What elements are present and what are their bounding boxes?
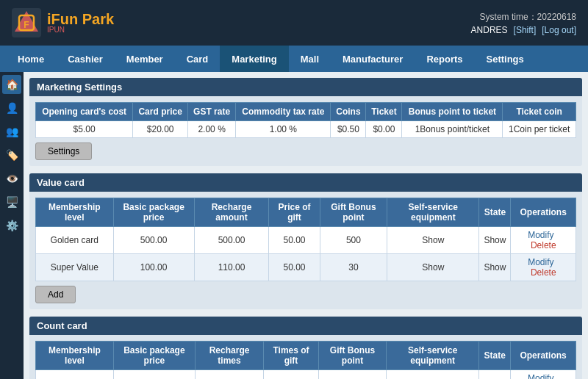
cc-col-level: Membership level — [36, 342, 114, 370]
cc-col-ops: Operations — [511, 342, 576, 370]
shift-link[interactable]: [Shift] — [514, 25, 537, 35]
col-coins: Coins — [331, 103, 366, 121]
marketing-settings-body: Opening card's cost Card price GST rate … — [29, 96, 582, 166]
col-ticket-coin: Ticket coin — [503, 103, 576, 121]
vc-recharge: 110.00 — [194, 254, 269, 281]
cc-col-gift-times: Times of gift — [264, 342, 319, 370]
cc-col-basic: Basic package price — [113, 342, 195, 370]
count-card-row: Golden card 100.00 10 2 100 Show Show Mo… — [36, 370, 576, 380]
modify-link[interactable]: Modify — [528, 230, 553, 240]
vc-gift-bonus: 500 — [320, 227, 387, 254]
count-card-table: Membership level Basic package price Rec… — [35, 341, 576, 379]
cc-equipment: Show — [387, 370, 479, 380]
settings-button[interactable]: Settings — [35, 142, 92, 160]
col-bonus-ticket: Bonus point to ticket — [402, 103, 503, 121]
logo-title: iFun Park — [47, 12, 114, 26]
vc-level: Super Value — [36, 254, 114, 281]
ticket-coin-val: 1Coin per ticket — [503, 121, 576, 138]
count-card-section: Count card Membership level Basic packag… — [29, 317, 582, 379]
marketing-settings-row: $5.00 $20.00 2.00 % 1.00 % $0.50 $0.00 1… — [36, 121, 576, 138]
vc-gift-bonus: 30 — [320, 254, 387, 281]
count-card-body: Membership level Basic package price Rec… — [29, 335, 582, 379]
vc-col-equipment: Self-service equipment — [387, 198, 479, 227]
vc-ops: Modify Delete — [511, 254, 576, 281]
nav-manufacturer[interactable]: Manufacturer — [331, 46, 415, 72]
logo-icon: F — [12, 8, 41, 37]
sidebar-group-icon[interactable]: 👥 — [2, 122, 21, 141]
col-commodity-tax: Commodity tax rate — [236, 103, 331, 121]
vc-recharge: 500.00 — [194, 227, 269, 254]
cc-col-state: State — [479, 342, 511, 370]
main-content: Marketing Settings Opening card's cost C… — [24, 72, 588, 379]
gst-val: 2.00 % — [188, 121, 236, 138]
marketing-settings-header: Marketing Settings — [29, 78, 582, 96]
cc-col-gift-bonus: Gift Bonus point — [318, 342, 386, 370]
vc-col-state: State — [479, 198, 511, 227]
logo-sub: IPUN — [47, 26, 114, 34]
col-gst: GST rate — [188, 103, 236, 121]
value-card-row: Super Value 100.00 110.00 50.00 30 Show … — [36, 254, 576, 281]
nav-settings[interactable]: Settings — [475, 46, 536, 72]
value-card-row: Golden card 500.00 500.00 50.00 500 Show… — [36, 227, 576, 254]
nav-home[interactable]: Home — [6, 46, 56, 72]
svg-text:F: F — [24, 20, 29, 30]
sidebar-tag-icon[interactable]: 🏷️ — [2, 145, 21, 165]
card-price-val: $20.00 — [133, 121, 188, 138]
vc-col-recharge: Recharge amount — [194, 198, 269, 227]
logo-text: iFun Park IPUN — [47, 12, 114, 34]
count-card-header: Count card — [29, 317, 582, 335]
vc-equipment: Show — [387, 227, 479, 254]
vc-gift-price: 50.00 — [269, 227, 320, 254]
vc-basic: 100.00 — [113, 254, 194, 281]
cc-state: Show — [479, 370, 511, 380]
nav-mall[interactable]: Mall — [289, 46, 331, 72]
vc-col-gift-bonus: Gift Bonus point — [320, 198, 387, 227]
delete-link[interactable]: Delete — [531, 240, 556, 250]
vc-gift-price: 50.00 — [269, 254, 320, 281]
vc-ops: Modify Delete — [511, 227, 576, 254]
nav-marketing[interactable]: Marketing — [220, 46, 288, 72]
sidebar: 🏠 👤 👥 🏷️ 👁️ 🖥️ ⚙️ — [0, 72, 24, 379]
cc-ops: Modify Delete — [511, 370, 576, 380]
value-card-section: Value card Membership level Basic packag… — [29, 173, 582, 309]
modify-link[interactable]: Modify — [528, 257, 553, 267]
logout-link[interactable]: [Log out] — [542, 25, 576, 35]
nav-reports[interactable]: Reports — [415, 46, 474, 72]
system-time: System time：20220618 — [480, 12, 576, 22]
nav-cashier[interactable]: Cashier — [56, 46, 115, 72]
commodity-tax-val: 1.00 % — [236, 121, 331, 138]
coins-val: $0.50 — [331, 121, 366, 138]
vc-col-ops: Operations — [511, 198, 576, 227]
nav-member[interactable]: Member — [115, 46, 175, 72]
layout: 🏠 👤 👥 🏷️ 👁️ 🖥️ ⚙️ Marketing Settings Ope… — [0, 72, 588, 379]
add-button[interactable]: Add — [35, 286, 76, 303]
value-card-body: Membership level Basic package price Rec… — [29, 192, 582, 309]
delete-link[interactable]: Delete — [531, 267, 556, 278]
opening-cost-val: $5.00 — [36, 121, 133, 138]
col-opening-cost: Opening card's cost — [36, 103, 133, 121]
sidebar-gear-icon[interactable]: ⚙️ — [2, 216, 21, 235]
vc-state: Show — [479, 227, 511, 254]
vc-equipment: Show — [387, 254, 479, 281]
marketing-settings-table: Opening card's cost Card price GST rate … — [35, 102, 576, 138]
user-line: ANDRES [Shift] [Log out] — [471, 25, 576, 35]
vc-state: Show — [479, 254, 511, 281]
col-card-price: Card price — [133, 103, 188, 121]
cc-gift-times: 2 — [264, 370, 319, 380]
bonus-ticket-val: 1Bonus point/ticket — [402, 121, 503, 138]
vc-col-level: Membership level — [36, 198, 114, 227]
vc-col-basic: Basic package price — [113, 198, 194, 227]
vc-level: Golden card — [36, 227, 114, 254]
nav: Home Cashier Member Card Marketing Mall … — [0, 46, 588, 72]
modify-link[interactable]: Modify — [528, 373, 553, 379]
nav-card[interactable]: Card — [175, 46, 220, 72]
marketing-settings-section: Marketing Settings Opening card's cost C… — [29, 78, 582, 166]
sidebar-user-icon[interactable]: 👤 — [2, 98, 21, 118]
sidebar-monitor-icon[interactable]: 🖥️ — [2, 192, 21, 212]
username: ANDRES — [471, 25, 508, 35]
value-card-table: Membership level Basic package price Rec… — [35, 198, 576, 281]
vc-col-gift-price: Price of gift — [269, 198, 320, 227]
sidebar-eye-icon[interactable]: 👁️ — [2, 169, 21, 188]
sidebar-home-icon[interactable]: 🏠 — [2, 75, 21, 94]
cc-col-equipment: Self-service equipment — [387, 342, 479, 370]
